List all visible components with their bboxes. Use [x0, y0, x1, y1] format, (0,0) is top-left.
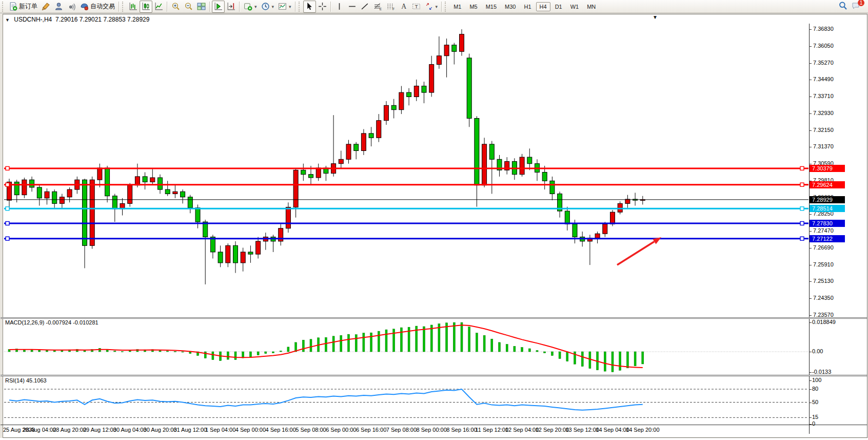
price-tick-label: 7.34490: [813, 76, 834, 82]
toolbar-separator: [295, 2, 296, 12]
pane-separator-macd[interactable]: [1, 317, 867, 319]
time-axis-label: 13 Sep 12:00: [565, 427, 599, 433]
cursor-button[interactable]: [303, 1, 316, 13]
search-icon: [838, 1, 847, 10]
candles-button[interactable]: [140, 1, 152, 13]
timeframe-w1-button[interactable]: W1: [567, 2, 583, 11]
trendline-button[interactable]: [359, 1, 371, 13]
fibonacci-icon: E: [373, 2, 382, 11]
time-axis-label: 30 Aug 20:00: [144, 427, 177, 433]
chat-button[interactable]: 1: [852, 2, 861, 12]
autotrading-button[interactable]: 自动交易: [78, 1, 117, 13]
trendline-icon: [361, 2, 369, 11]
templates-button[interactable]: ▾: [276, 1, 293, 13]
price-tick-label: 7.24350: [813, 295, 834, 301]
price-tick-label: 7.32930: [813, 110, 834, 116]
time-axis-label: 4 Sep 16:00: [266, 427, 296, 433]
bars-button[interactable]: [127, 1, 140, 13]
axis-tick-mark: [809, 372, 812, 373]
time-axis-label: 8 Sep 16:00: [446, 427, 477, 433]
axis-tick-mark: [809, 248, 812, 248]
chart-shift-button[interactable]: [225, 1, 238, 13]
text-button[interactable]: A: [397, 1, 410, 13]
pane-separator-rsi[interactable]: [1, 375, 867, 376]
bar-chart-icon: [129, 2, 137, 11]
chevron-down-icon[interactable]: ▾: [289, 4, 291, 9]
arrows-button[interactable]: ▾: [423, 1, 440, 13]
chart-collapse-icon[interactable]: ▼: [5, 17, 10, 23]
vertical-line-icon: [335, 2, 344, 11]
time-axis-label: 29 Aug 12:00: [83, 427, 116, 433]
axis-tick-mark: [809, 315, 812, 316]
time-axis-separator: [1, 425, 867, 425]
toolbar-separator: [330, 2, 331, 12]
chart-shift-icon: [227, 2, 235, 11]
toolbar-grip: [2, 2, 5, 12]
zoom-out-button[interactable]: [182, 1, 195, 13]
price-tick-label: 7.26690: [813, 244, 834, 251]
resistance-line-1-badge: 7.30379: [810, 165, 845, 172]
price-tick-label: 7.32150: [813, 127, 834, 133]
hline-button[interactable]: [346, 1, 359, 13]
chevron-down-icon[interactable]: ▾: [254, 4, 257, 9]
search-button[interactable]: [838, 1, 847, 12]
crosshair-button[interactable]: [316, 1, 329, 13]
profile-icon: [54, 2, 63, 11]
time-axis-label: 8 Sep 00:00: [417, 427, 447, 433]
profile-button[interactable]: [52, 1, 65, 13]
style-button[interactable]: [40, 1, 52, 13]
auto-scroll-button[interactable]: [212, 1, 225, 13]
price-tick-label: 7.25130: [813, 278, 834, 284]
time-axis-label: 14 Sep 20:00: [626, 427, 659, 433]
time-axis-label: 6 Sep 16:00: [356, 427, 386, 433]
tile-windows-icon: [197, 2, 206, 11]
timeframe-m30-button[interactable]: M30: [501, 2, 519, 11]
broadcast-button[interactable]: [65, 1, 78, 13]
time-axis-label: 7 Sep 08:00: [386, 427, 417, 433]
chart-ohlc-values: 7.29016 7.29021 7.28853 7.28929: [55, 16, 150, 23]
autotrade-icon: [80, 2, 89, 11]
axis-tick-mark: [809, 214, 812, 215]
timeframe-m15-button[interactable]: M15: [482, 2, 500, 11]
chevron-down-icon[interactable]: ▾: [436, 4, 438, 9]
timeframe-m1-button[interactable]: M1: [450, 2, 465, 11]
timeframe-m5-button[interactable]: M5: [466, 2, 481, 11]
time-axis-label: 31 Aug 12:00: [173, 427, 207, 433]
fibonacci-button[interactable]: E: [371, 1, 384, 13]
axis-tick-mark: [809, 281, 812, 282]
toolbar-separator: [441, 2, 442, 12]
timeframe-mn-button[interactable]: MN: [583, 2, 599, 11]
cycle-lines-icon: F: [386, 2, 395, 11]
periods-button[interactable]: ▾: [259, 1, 277, 13]
zoom-in-button[interactable]: [169, 1, 182, 13]
tile-windows-button[interactable]: [195, 1, 208, 13]
label-icon: T: [412, 2, 421, 11]
indicators-button[interactable]: ▾: [242, 1, 259, 13]
timeframe-h4-button[interactable]: H4: [536, 2, 550, 11]
axis-tick-mark: [809, 147, 812, 147]
label-button[interactable]: T: [410, 1, 423, 13]
arrows-icon: [425, 2, 433, 11]
macd-label: MACD(12,26,9) -0.007924 -0.010281: [5, 319, 98, 326]
axis-tick-mark: [809, 424, 812, 425]
axis-tick-mark: [809, 231, 812, 232]
vline-button[interactable]: [333, 1, 346, 13]
timeframe-d1-button[interactable]: D1: [551, 2, 566, 11]
cycle-lines-button[interactable]: F: [384, 1, 397, 13]
new-order-button[interactable]: 新订单: [7, 1, 40, 13]
resistance-line-2-badge: 7.29624: [810, 181, 845, 188]
svg-text:T: T: [415, 4, 418, 9]
line-button[interactable]: [152, 1, 165, 13]
auto-scroll-icon: [214, 2, 223, 11]
new-order-button-label: 新订单: [19, 2, 37, 11]
text-icon: A: [399, 2, 408, 11]
toolbar-grip: [445, 2, 448, 12]
timeframe-h1-button[interactable]: H1: [521, 2, 535, 11]
axis-tick-mark: [809, 113, 812, 114]
time-axis-label: 1 Sep 04:00: [205, 427, 235, 433]
chevron-down-icon[interactable]: ▾: [272, 4, 274, 9]
axis-tick-mark: [809, 97, 812, 97]
time-axis-label: 12 Sep 20:00: [536, 427, 569, 433]
axis-tick-mark: [809, 130, 812, 131]
axis-tick-mark: [809, 164, 812, 164]
